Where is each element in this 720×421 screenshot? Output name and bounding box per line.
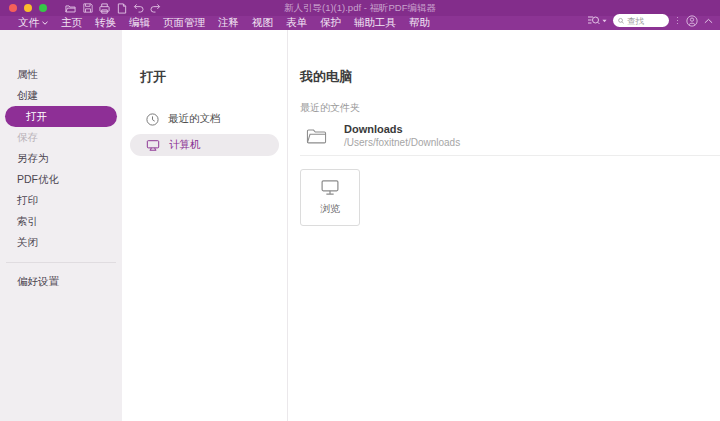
open-location-list: 最近的文档 计算机 — [122, 108, 287, 156]
clock-icon — [146, 113, 159, 126]
quick-access-toolbar — [65, 3, 161, 14]
folder-texts: Downloads /Users/foxitnet/Downloads — [344, 123, 460, 149]
sidebar-item-preferences[interactable]: 偏好设置 — [0, 271, 122, 292]
traffic-lights — [0, 4, 47, 12]
sidebar-item-open[interactable]: 打开 — [5, 106, 117, 127]
sidebar-item-pdf-optimize[interactable]: PDF优化 — [0, 169, 122, 190]
browse-label: 浏览 — [320, 202, 340, 216]
find-input[interactable] — [627, 16, 664, 26]
open-item-recent-documents[interactable]: 最近的文档 — [122, 108, 287, 130]
save-icon[interactable] — [82, 3, 93, 14]
menu-help[interactable]: 帮助 — [409, 16, 430, 30]
computer-icon — [146, 139, 160, 152]
menu-convert[interactable]: 转换 — [95, 16, 116, 30]
menu-form[interactable]: 表单 — [286, 16, 307, 30]
backstage-body: 属性 创建 打开 保存 另存为 PDF优化 打印 索引 关闭 偏好设置 打开 最… — [0, 30, 720, 421]
open-panel-title: 打开 — [140, 68, 287, 86]
collapse-ribbon-icon[interactable] — [704, 18, 713, 24]
menu-items: 文件 主页 转换 编辑 页面管理 注释 视图 表单 保护 辅助工具 帮助 — [0, 16, 430, 30]
sidebar-item-print[interactable]: 打印 — [0, 190, 122, 211]
redo-icon[interactable] — [150, 3, 161, 14]
menu-file[interactable]: 文件 — [18, 16, 48, 30]
sidebar-divider — [6, 262, 116, 263]
my-computer-panel: 我的电脑 最近的文件夹 Downloads /Users/foxitnet/Do… — [288, 30, 720, 421]
open-icon[interactable] — [65, 3, 76, 14]
sidebar-item-save-as[interactable]: 另存为 — [0, 148, 122, 169]
menubar: 文件 主页 转换 编辑 页面管理 注释 视图 表单 保护 辅助工具 帮助 — [0, 16, 720, 30]
browse-button[interactable]: 浏览 — [300, 169, 360, 226]
undo-icon[interactable] — [133, 3, 144, 14]
folder-row-divider — [300, 155, 720, 156]
close-window-button[interactable] — [9, 4, 17, 12]
account-icon[interactable] — [686, 15, 698, 27]
menu-accessibility[interactable]: 辅助工具 — [354, 16, 396, 30]
menu-page-organize[interactable]: 页面管理 — [163, 16, 205, 30]
sidebar-item-create[interactable]: 创建 — [0, 85, 122, 106]
recent-folder-row[interactable]: Downloads /Users/foxitnet/Downloads — [300, 123, 720, 149]
open-item-label: 最近的文档 — [168, 112, 221, 126]
search-icon — [618, 17, 624, 25]
recent-folders-label: 最近的文件夹 — [300, 101, 720, 115]
menu-protect[interactable]: 保护 — [320, 16, 341, 30]
zoom-window-button[interactable] — [39, 4, 47, 12]
menu-edit[interactable]: 编辑 — [129, 16, 150, 30]
menu-file-label: 文件 — [18, 16, 39, 30]
folder-icon — [306, 127, 327, 145]
search-box — [613, 14, 669, 27]
folder-name: Downloads — [344, 123, 460, 136]
sidebar-item-save: 保存 — [0, 127, 122, 148]
folder-path: /Users/foxitnet/Downloads — [344, 136, 460, 149]
menubar-right-cluster — [587, 14, 714, 27]
document-icon[interactable] — [116, 3, 127, 14]
computer-icon — [320, 179, 340, 196]
sidebar-item-index[interactable]: 索引 — [0, 211, 122, 232]
menu-comment[interactable]: 注释 — [218, 16, 239, 30]
chevron-down-icon — [42, 21, 48, 25]
find-dropdown-icon[interactable] — [587, 15, 607, 26]
sidebar-item-properties[interactable]: 属性 — [0, 64, 122, 85]
minimize-window-button[interactable] — [24, 4, 32, 12]
foxit-pdf-editor-window: 新人引导(1)(1).pdf - 福昕PDF编辑器 文件 主页 转换 编辑 页面… — [0, 0, 720, 421]
menu-view[interactable]: 视图 — [252, 16, 273, 30]
print-icon[interactable] — [99, 3, 110, 14]
open-item-computer[interactable]: 计算机 — [130, 134, 279, 156]
computer-panel-title: 我的电脑 — [300, 68, 720, 86]
backstage-sidebar: 属性 创建 打开 保存 另存为 PDF优化 打印 索引 关闭 偏好设置 — [0, 30, 122, 421]
open-panel: 打开 最近的文档 计算机 — [122, 30, 288, 421]
kebab-icon[interactable] — [675, 17, 681, 25]
open-item-label: 计算机 — [169, 138, 201, 152]
sidebar-item-close[interactable]: 关闭 — [0, 232, 122, 253]
menu-home[interactable]: 主页 — [61, 16, 82, 30]
